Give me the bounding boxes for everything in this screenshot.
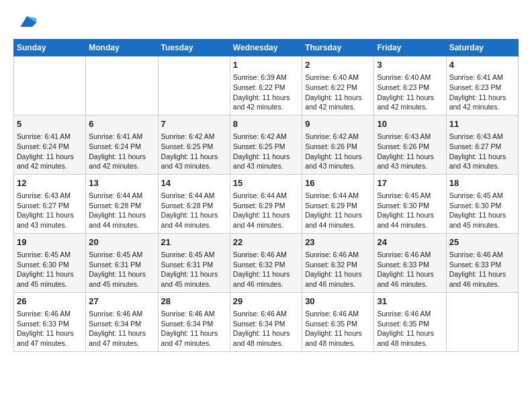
day-number: 20: [89, 236, 154, 248]
calendar-week-row: 1Sunrise: 6:39 AMSunset: 6:22 PMDaylight…: [14, 56, 519, 116]
day-number: 22: [233, 236, 299, 248]
calendar-cell: 11Sunrise: 6:43 AMSunset: 6:27 PMDayligh…: [446, 115, 518, 174]
day-info: Sunrise: 6:43 AMSunset: 6:26 PMDaylight:…: [377, 132, 443, 171]
logo: [13, 11, 38, 32]
day-info: Sunrise: 6:46 AMSunset: 6:35 PMDaylight:…: [305, 309, 371, 349]
day-number: 11: [449, 118, 515, 130]
calendar-cell: [446, 292, 518, 351]
calendar-week-row: 19Sunrise: 6:45 AMSunset: 6:30 PMDayligh…: [14, 233, 519, 292]
day-number: 2: [305, 59, 371, 71]
calendar-cell: 21Sunrise: 6:45 AMSunset: 6:31 PMDayligh…: [158, 233, 230, 292]
day-info: Sunrise: 6:44 AMSunset: 6:29 PMDaylight:…: [305, 191, 371, 230]
calendar-week-row: 5Sunrise: 6:41 AMSunset: 6:24 PMDaylight…: [14, 115, 519, 174]
svg-marker-0: [20, 16, 36, 27]
calendar-cell: 2Sunrise: 6:40 AMSunset: 6:22 PMDaylight…: [302, 56, 374, 116]
calendar-cell: 29Sunrise: 6:46 AMSunset: 6:34 PMDayligh…: [230, 292, 302, 351]
day-info: Sunrise: 6:44 AMSunset: 6:29 PMDaylight:…: [233, 191, 299, 230]
calendar-cell: 5Sunrise: 6:41 AMSunset: 6:24 PMDaylight…: [14, 115, 86, 174]
calendar-cell: 14Sunrise: 6:44 AMSunset: 6:28 PMDayligh…: [158, 174, 230, 233]
day-info: Sunrise: 6:43 AMSunset: 6:27 PMDaylight:…: [17, 191, 83, 230]
day-number: 10: [377, 118, 443, 130]
calendar-cell: 17Sunrise: 6:45 AMSunset: 6:30 PMDayligh…: [374, 174, 446, 233]
header-tuesday: Tuesday: [158, 40, 230, 56]
calendar-cell: 24Sunrise: 6:46 AMSunset: 6:33 PMDayligh…: [374, 233, 446, 292]
calendar-cell: 31Sunrise: 6:46 AMSunset: 6:35 PMDayligh…: [374, 292, 446, 351]
calendar-cell: 18Sunrise: 6:45 AMSunset: 6:30 PMDayligh…: [446, 174, 518, 233]
calendar-cell: 30Sunrise: 6:46 AMSunset: 6:35 PMDayligh…: [302, 292, 374, 351]
day-number: 8: [233, 118, 299, 130]
day-number: 16: [305, 177, 371, 189]
day-number: 4: [449, 59, 515, 71]
calendar-cell: 9Sunrise: 6:42 AMSunset: 6:26 PMDaylight…: [302, 115, 374, 174]
day-info: Sunrise: 6:45 AMSunset: 6:31 PMDaylight:…: [89, 250, 154, 289]
day-info: Sunrise: 6:46 AMSunset: 6:32 PMDaylight:…: [305, 250, 371, 289]
calendar-cell: 23Sunrise: 6:46 AMSunset: 6:32 PMDayligh…: [302, 233, 374, 292]
day-number: 15: [233, 177, 299, 189]
calendar-cell: 6Sunrise: 6:41 AMSunset: 6:24 PMDaylight…: [86, 115, 158, 174]
day-info: Sunrise: 6:40 AMSunset: 6:22 PMDaylight:…: [305, 73, 371, 112]
day-info: Sunrise: 6:46 AMSunset: 6:33 PMDaylight:…: [17, 309, 83, 349]
day-number: 6: [89, 118, 154, 130]
day-number: 28: [161, 295, 227, 308]
header-monday: Monday: [86, 40, 158, 56]
day-info: Sunrise: 6:42 AMSunset: 6:25 PMDaylight:…: [161, 132, 227, 171]
day-number: 1: [233, 59, 299, 71]
calendar-cell: 25Sunrise: 6:46 AMSunset: 6:33 PMDayligh…: [446, 233, 518, 292]
calendar-cell: 27Sunrise: 6:46 AMSunset: 6:34 PMDayligh…: [86, 292, 158, 351]
calendar-cell: 26Sunrise: 6:46 AMSunset: 6:33 PMDayligh…: [14, 292, 86, 351]
calendar-cell: [158, 56, 230, 116]
page: SundayMondayTuesdayWednesdayThursdayFrid…: [0, 0, 532, 359]
day-info: Sunrise: 6:45 AMSunset: 6:31 PMDaylight:…: [161, 250, 227, 289]
day-number: 7: [161, 118, 227, 130]
calendar-cell: 7Sunrise: 6:42 AMSunset: 6:25 PMDaylight…: [158, 115, 230, 174]
day-info: Sunrise: 6:42 AMSunset: 6:25 PMDaylight:…: [233, 132, 299, 171]
day-number: 18: [449, 177, 515, 189]
day-number: 19: [17, 236, 83, 248]
logo-icon: [16, 11, 38, 32]
day-info: Sunrise: 6:40 AMSunset: 6:23 PMDaylight:…: [377, 73, 443, 112]
day-info: Sunrise: 6:46 AMSunset: 6:33 PMDaylight:…: [449, 250, 515, 289]
calendar-cell: 19Sunrise: 6:45 AMSunset: 6:30 PMDayligh…: [14, 233, 86, 292]
day-number: 3: [377, 59, 443, 71]
day-info: Sunrise: 6:46 AMSunset: 6:32 PMDaylight:…: [233, 250, 299, 289]
day-number: 21: [161, 236, 227, 248]
header-friday: Friday: [374, 40, 446, 56]
calendar-week-row: 26Sunrise: 6:46 AMSunset: 6:33 PMDayligh…: [14, 292, 519, 351]
day-number: 5: [17, 118, 83, 130]
day-info: Sunrise: 6:45 AMSunset: 6:30 PMDaylight:…: [449, 191, 515, 230]
calendar-cell: 15Sunrise: 6:44 AMSunset: 6:29 PMDayligh…: [230, 174, 302, 233]
calendar-cell: 13Sunrise: 6:44 AMSunset: 6:28 PMDayligh…: [86, 174, 158, 233]
day-info: Sunrise: 6:46 AMSunset: 6:35 PMDaylight:…: [377, 309, 443, 349]
day-number: 17: [377, 177, 443, 189]
calendar-cell: 8Sunrise: 6:42 AMSunset: 6:25 PMDaylight…: [230, 115, 302, 174]
day-info: Sunrise: 6:41 AMSunset: 6:24 PMDaylight:…: [17, 132, 83, 171]
day-info: Sunrise: 6:46 AMSunset: 6:34 PMDaylight:…: [233, 309, 299, 349]
calendar-week-row: 12Sunrise: 6:43 AMSunset: 6:27 PMDayligh…: [14, 174, 519, 233]
day-info: Sunrise: 6:45 AMSunset: 6:30 PMDaylight:…: [377, 191, 443, 230]
calendar-table: SundayMondayTuesdayWednesdayThursdayFrid…: [13, 39, 519, 352]
calendar-cell: 1Sunrise: 6:39 AMSunset: 6:22 PMDaylight…: [230, 56, 302, 116]
day-info: Sunrise: 6:44 AMSunset: 6:28 PMDaylight:…: [89, 191, 154, 230]
calendar-cell: 22Sunrise: 6:46 AMSunset: 6:32 PMDayligh…: [230, 233, 302, 292]
day-number: 24: [377, 236, 443, 248]
header-sunday: Sunday: [14, 40, 86, 56]
header-saturday: Saturday: [446, 40, 518, 56]
day-info: Sunrise: 6:42 AMSunset: 6:26 PMDaylight:…: [305, 132, 371, 171]
day-number: 30: [305, 295, 371, 308]
day-info: Sunrise: 6:46 AMSunset: 6:34 PMDaylight:…: [161, 309, 227, 349]
day-info: Sunrise: 6:46 AMSunset: 6:34 PMDaylight:…: [89, 309, 154, 349]
day-number: 27: [89, 295, 154, 308]
calendar-cell: 28Sunrise: 6:46 AMSunset: 6:34 PMDayligh…: [158, 292, 230, 351]
calendar-cell: 3Sunrise: 6:40 AMSunset: 6:23 PMDaylight…: [374, 56, 446, 116]
calendar-cell: 12Sunrise: 6:43 AMSunset: 6:27 PMDayligh…: [14, 174, 86, 233]
day-number: 25: [449, 236, 515, 248]
day-info: Sunrise: 6:39 AMSunset: 6:22 PMDaylight:…: [233, 73, 299, 112]
day-info: Sunrise: 6:44 AMSunset: 6:28 PMDaylight:…: [161, 191, 227, 230]
calendar-header-row: SundayMondayTuesdayWednesdayThursdayFrid…: [14, 40, 519, 56]
calendar-cell: 20Sunrise: 6:45 AMSunset: 6:31 PMDayligh…: [86, 233, 158, 292]
calendar-cell: [86, 56, 158, 116]
header-wednesday: Wednesday: [230, 40, 302, 56]
day-info: Sunrise: 6:46 AMSunset: 6:33 PMDaylight:…: [377, 250, 443, 289]
day-number: 12: [17, 177, 83, 189]
calendar-cell: 16Sunrise: 6:44 AMSunset: 6:29 PMDayligh…: [302, 174, 374, 233]
